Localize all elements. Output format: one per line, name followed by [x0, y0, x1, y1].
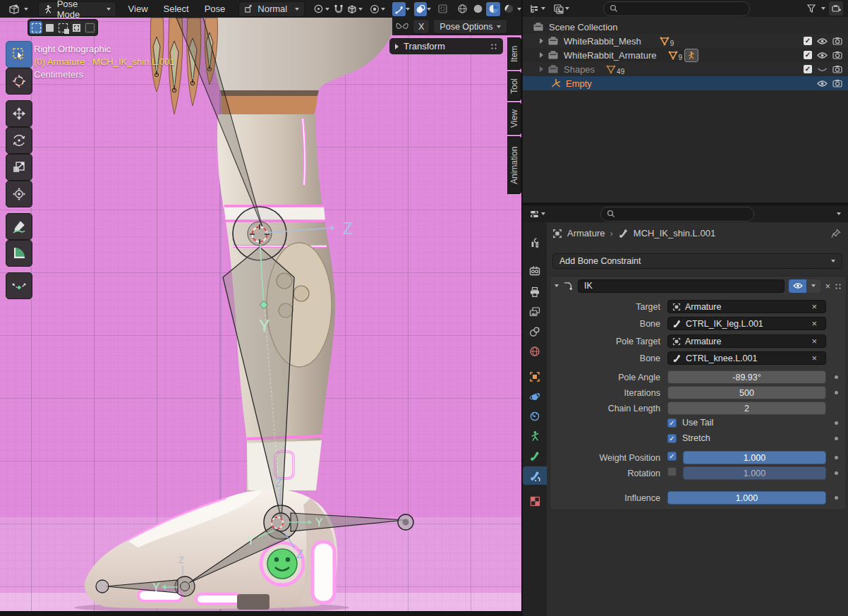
- sidebar-tab-view[interactable]: View: [507, 102, 521, 135]
- pin-icon[interactable]: [831, 229, 841, 238]
- select-mode-subtract-button[interactable]: [56, 21, 69, 34]
- menu-pose[interactable]: Pose: [197, 4, 234, 14]
- hide-eye-icon[interactable]: [817, 52, 828, 59]
- constraint-name-input[interactable]: IK: [578, 279, 785, 293]
- rotation-slider[interactable]: 1.000: [683, 466, 826, 480]
- constraint-enable-button[interactable]: [789, 279, 806, 293]
- animate-dot[interactable]: [835, 375, 838, 379]
- tab-object-properties[interactable]: [523, 368, 547, 386]
- tool-move-button[interactable]: [6, 100, 32, 127]
- x-axis-mirror-toggle[interactable]: X: [413, 19, 430, 34]
- tab-render-properties[interactable]: [523, 262, 547, 280]
- stretch-checkbox[interactable]: ✓: [667, 434, 677, 443]
- properties-search-input[interactable]: [600, 207, 754, 222]
- tool-annotate-button[interactable]: [6, 213, 32, 240]
- menu-view[interactable]: View: [121, 4, 156, 14]
- select-mode-intersect-button[interactable]: [83, 21, 96, 34]
- tab-world-properties[interactable]: [523, 342, 547, 361]
- tool-cursor-button[interactable]: [6, 68, 32, 95]
- outliner-search-input[interactable]: [603, 1, 750, 16]
- add-bone-constraint-button[interactable]: Add Bone Constraint: [552, 253, 842, 269]
- render-camera-icon[interactable]: [832, 79, 842, 87]
- animate-dot[interactable]: [835, 496, 838, 500]
- tab-physics-properties[interactable]: [523, 387, 547, 406]
- proportional-editing-dropdown[interactable]: [368, 2, 382, 16]
- panel-drag-dots-icon[interactable]: [490, 43, 497, 49]
- overlays-toggle[interactable]: [414, 2, 428, 16]
- tool-rotate-button[interactable]: [6, 127, 32, 154]
- shading-rendered-button[interactable]: [502, 2, 516, 16]
- properties-editor-type-dropdown[interactable]: [527, 207, 541, 221]
- pole-bone-field[interactable]: CTRL_knee.L.001 ×: [667, 351, 826, 365]
- breadcrumb-bone[interactable]: MCH_IK_shin.L.001: [634, 228, 715, 238]
- constraint-delete-button[interactable]: ×: [825, 281, 830, 291]
- render-camera-icon[interactable]: [832, 65, 842, 73]
- snap-toggle[interactable]: [332, 2, 346, 16]
- use-tail-checkbox[interactable]: ✓: [667, 418, 677, 428]
- outliner-row-empty[interactable]: Empty: [523, 76, 848, 90]
- hide-eye-closed-icon[interactable]: [817, 66, 828, 73]
- render-camera-icon[interactable]: [832, 51, 842, 59]
- menu-select[interactable]: Select: [156, 4, 197, 14]
- expand-arrow-icon[interactable]: [540, 52, 543, 58]
- influence-slider[interactable]: 1.000: [667, 491, 826, 505]
- tool-pose-breakdowner-button[interactable]: [6, 272, 32, 299]
- sidebar-tab-tool[interactable]: Tool: [507, 71, 521, 101]
- tool-measure-button[interactable]: [6, 240, 32, 267]
- select-mode-set-button[interactable]: [30, 21, 42, 34]
- pole-angle-slider[interactable]: -89.93°: [667, 370, 826, 384]
- 3d-viewport[interactable]: Z Y: [0, 18, 521, 616]
- weight-position-slider[interactable]: 1.000: [683, 451, 826, 464]
- tab-object-constraints-properties[interactable]: [523, 407, 547, 425]
- clear-bone-icon[interactable]: ×: [811, 318, 817, 329]
- select-mode-extend-button[interactable]: [43, 21, 56, 34]
- tool-tweak-select-button[interactable]: [6, 41, 32, 68]
- shading-wireframe-button[interactable]: [455, 2, 469, 16]
- outliner-row-whiterabbit-armature[interactable]: WhiteRabbit_Armature 9 ✓: [523, 48, 848, 62]
- animate-dot[interactable]: [835, 471, 838, 475]
- panel-expand-icon[interactable]: [555, 284, 559, 287]
- hide-eye-icon[interactable]: [817, 37, 828, 45]
- animate-dot[interactable]: [835, 437, 838, 440]
- tool-scale-button[interactable]: [6, 154, 32, 181]
- constraint-drag-dots-icon[interactable]: [835, 283, 842, 289]
- clear-pole-target-icon[interactable]: ×: [811, 336, 817, 346]
- sidebar-tab-animation[interactable]: Animation: [507, 136, 521, 194]
- outliner-editor-type-dropdown[interactable]: [527, 1, 541, 16]
- pivot-point-dropdown[interactable]: [312, 2, 325, 16]
- tab-object-data-properties[interactable]: [523, 427, 547, 445]
- tab-view-layer-properties[interactable]: [523, 303, 547, 321]
- toe-control-sphere[interactable]: [96, 580, 109, 593]
- selectable-checkbox[interactable]: ✓: [804, 37, 812, 45]
- weight-position-checkbox[interactable]: ✓: [667, 452, 677, 461]
- select-mode-invert-button[interactable]: [70, 21, 83, 34]
- transform-panel-header[interactable]: Transform: [389, 38, 503, 54]
- expand-arrow-icon[interactable]: [540, 38, 543, 44]
- render-camera-icon[interactable]: [832, 37, 842, 45]
- animate-dot[interactable]: [835, 456, 838, 459]
- target-field[interactable]: Armature ×: [667, 300, 826, 313]
- outliner-row-whiterabbit-mesh[interactable]: WhiteRabbit_Mesh 9 ✓: [523, 34, 848, 48]
- tab-scene-properties[interactable]: [523, 322, 547, 341]
- chain-length-slider[interactable]: 2: [667, 401, 826, 415]
- sidebar-tab-item[interactable]: Item: [507, 37, 521, 70]
- show-gizmo-toggle[interactable]: [392, 2, 406, 16]
- shading-solid-button[interactable]: [471, 2, 485, 16]
- tab-bone-properties[interactable]: [523, 447, 547, 465]
- ik-panel-header[interactable]: IK ×: [550, 277, 846, 295]
- iterations-slider[interactable]: 500: [667, 386, 826, 399]
- pose-options-dropdown[interactable]: Pose Options: [433, 19, 507, 34]
- pole-target-field[interactable]: Armature ×: [667, 334, 826, 348]
- clear-target-icon[interactable]: ×: [811, 301, 817, 312]
- constraint-extras-dropdown[interactable]: [806, 279, 820, 293]
- tab-bone-constraints-properties[interactable]: [523, 466, 547, 485]
- xray-toggle[interactable]: [436, 2, 449, 16]
- selectable-checkbox[interactable]: ✓: [804, 51, 812, 59]
- tab-texture-properties[interactable]: [523, 492, 547, 510]
- transform-orientation-dropdown[interactable]: Normal: [238, 1, 305, 17]
- animate-dot[interactable]: [835, 421, 838, 425]
- tab-tool-properties[interactable]: [523, 234, 547, 252]
- tab-output-properties[interactable]: [523, 283, 547, 301]
- new-collection-button[interactable]: [828, 1, 844, 16]
- expand-arrow-icon[interactable]: [540, 66, 543, 72]
